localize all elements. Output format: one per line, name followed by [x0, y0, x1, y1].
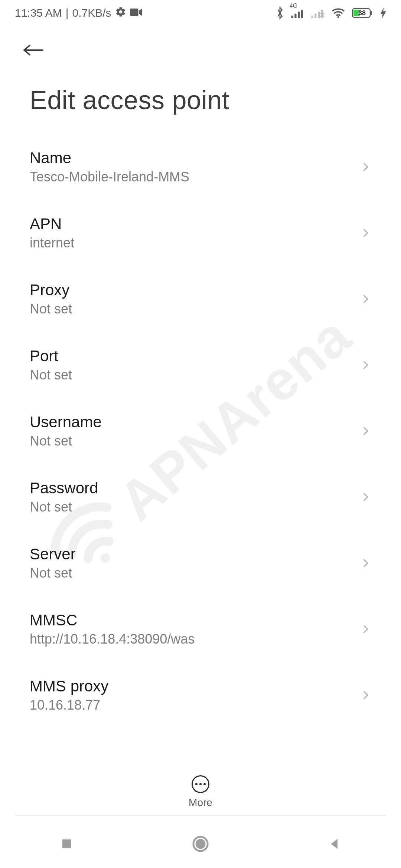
setting-row-text: MMS proxy10.16.18.77	[30, 677, 108, 713]
bottom-actions: More	[0, 775, 401, 809]
setting-value: Not set	[30, 499, 98, 515]
setting-label: Password	[30, 479, 98, 497]
setting-label: APN	[30, 215, 74, 233]
status-right: 4G 38	[276, 6, 386, 20]
setting-value: Not set	[30, 433, 102, 449]
setting-label: Server	[30, 545, 76, 563]
chevron-right-icon	[360, 161, 371, 172]
svg-rect-7	[318, 12, 320, 19]
setting-row-password[interactable]: PasswordNot set	[30, 464, 371, 530]
chevron-right-icon	[360, 293, 371, 305]
svg-rect-0	[130, 9, 138, 16]
svg-rect-5	[311, 16, 313, 18]
setting-label: MMS proxy	[30, 677, 108, 695]
setting-row-text: ServerNot set	[30, 545, 76, 581]
more-button[interactable]: More	[189, 775, 212, 809]
page-title: Edit access point	[0, 67, 401, 134]
setting-value: 10.16.18.77	[30, 697, 108, 713]
setting-row-text: MMSChttp://10.16.18.4:38090/was	[30, 611, 195, 647]
status-time: 11:35 AM	[15, 7, 62, 19]
setting-row-text: NameTesco-Mobile-Ireland-MMS	[30, 149, 189, 185]
svg-rect-4	[301, 10, 303, 18]
svg-rect-13	[371, 11, 372, 15]
chevron-right-icon	[360, 359, 371, 371]
setting-value: internet	[30, 235, 74, 251]
chevron-right-icon	[360, 425, 371, 437]
svg-rect-3	[298, 12, 300, 19]
status-left: 11:35 AM | 0.7KB/s	[15, 6, 143, 20]
setting-row-proxy[interactable]: ProxyNot set	[30, 266, 371, 332]
bluetooth-icon	[276, 6, 284, 20]
setting-row-name[interactable]: NameTesco-Mobile-Ireland-MMS	[30, 134, 371, 200]
network-label: 4G	[290, 3, 297, 9]
svg-rect-6	[314, 14, 316, 18]
signal-4g-icon: 4G	[291, 8, 304, 18]
svg-point-11	[338, 16, 339, 18]
setting-value: Not set	[30, 565, 76, 581]
setting-row-apn[interactable]: APNinternet	[30, 200, 371, 266]
back-button[interactable]	[22, 37, 48, 63]
setting-value: Not set	[30, 301, 72, 317]
setting-row-mmsc[interactable]: MMSChttp://10.16.18.4:38090/was	[30, 596, 371, 662]
setting-label: Proxy	[30, 281, 72, 299]
arrow-left-icon	[22, 43, 45, 57]
more-label: More	[189, 797, 212, 809]
wifi-icon	[331, 7, 345, 19]
chevron-right-icon	[360, 690, 371, 701]
setting-row-text: PasswordNot set	[30, 479, 98, 515]
chevron-right-icon	[360, 624, 371, 635]
chevron-right-icon	[360, 558, 371, 569]
svg-rect-2	[294, 14, 296, 18]
chevron-right-icon	[360, 227, 371, 239]
setting-row-text: APNinternet	[30, 215, 74, 251]
signal-nosim-icon	[311, 8, 325, 18]
setting-label: Name	[30, 149, 189, 167]
bottom-divider	[15, 815, 386, 816]
setting-value: Tesco-Mobile-Ireland-MMS	[30, 169, 189, 185]
setting-row-text: ProxyNot set	[30, 281, 72, 317]
camera-icon	[130, 7, 143, 19]
chevron-right-icon	[360, 491, 371, 503]
setting-row-server[interactable]: ServerNot set	[30, 530, 371, 596]
setting-row-username[interactable]: UsernameNot set	[30, 398, 371, 464]
setting-row-port[interactable]: PortNot set	[30, 332, 371, 398]
more-icon	[192, 775, 209, 793]
settings-list: NameTesco-Mobile-Ireland-MMSAPNinternetP…	[0, 134, 401, 728]
setting-row-mms-proxy[interactable]: MMS proxy10.16.18.77	[30, 662, 371, 728]
gear-icon	[115, 6, 126, 20]
setting-value: http://10.16.18.4:38090/was	[30, 631, 195, 647]
charging-icon	[380, 7, 386, 19]
setting-row-text: PortNot set	[30, 347, 72, 383]
header	[0, 26, 401, 67]
status-data-rate: 0.7KB/s	[72, 7, 111, 19]
status-bar: 11:35 AM | 0.7KB/s 4G 38	[0, 0, 401, 26]
svg-rect-1	[291, 16, 293, 18]
battery-icon: 38	[352, 7, 380, 19]
battery-pct: 38	[358, 9, 366, 17]
setting-label: MMSC	[30, 611, 195, 629]
setting-value: Not set	[30, 367, 72, 383]
setting-row-text: UsernameNot set	[30, 413, 102, 449]
setting-label: Username	[30, 413, 102, 431]
status-divider: |	[66, 7, 69, 19]
scroll-fade	[0, 742, 401, 764]
setting-label: Port	[30, 347, 72, 365]
